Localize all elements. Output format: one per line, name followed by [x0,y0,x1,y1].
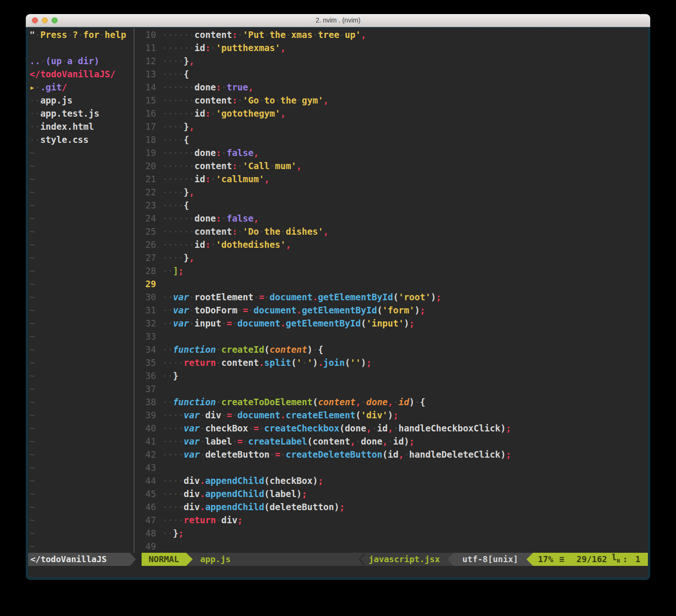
empty-line-tilde: ~ [28,435,134,448]
tree-item-style-css[interactable]: ··style.css [28,133,134,146]
empty-line-tilde: ~ [28,317,134,330]
line-number: 13 [135,67,156,81]
empty-line-tilde: ~ [28,487,134,500]
terminal-window: 2. nvim . (nvim) "·Press·?·for·help..·(u… [26,14,650,580]
scroll-percent: 17% [538,553,553,566]
code-line[interactable]: 13····{ [135,67,648,81]
code-line[interactable]: 12····}, [135,54,648,67]
empty-line-tilde: ~ [28,356,134,369]
code-line[interactable]: 48··}; [135,527,648,540]
empty-line-tilde: ~ [28,527,134,540]
code-area[interactable]: 10······content:·'Put·the·xmas·tree·up',… [135,28,648,553]
code-line[interactable]: 28··]; [135,264,648,277]
empty-line-tilde: ~ [28,146,134,159]
status-filename: app.js [200,553,231,566]
empty-line-tilde: ~ [28,290,134,304]
line-number: 30 [135,290,156,304]
code-line[interactable]: 40····var·checkBox·=·createCheckbox(done… [135,422,648,435]
code-line[interactable]: 33 [135,330,648,343]
code-line[interactable]: 30··var·rootElement·=·document.getElemen… [135,290,648,304]
code-line[interactable]: 32··var·input·=·document.getElementById(… [135,317,648,330]
blank-line [28,41,134,54]
line-number: 35 [135,356,156,369]
code-line[interactable]: 36··} [135,369,648,382]
line-number: 18 [135,133,156,146]
code-line[interactable]: 25······content:·'Do·the·dishes', [135,225,648,238]
empty-line-tilde: ~ [28,382,134,395]
command-line[interactable] [28,566,648,577]
statusline-main: NORMAL app.js javascript.jsx utf-8[unix]… [142,553,648,566]
tree-item-git-dir[interactable]: ▸·.git/ [28,81,134,94]
code-line[interactable]: 44····div.appendChild(checkBox); [135,474,648,487]
code-line[interactable]: 23····{ [135,199,648,212]
powerline-arrow-icon [186,553,193,566]
netrw-help: "·Press·?·for·help [28,28,134,41]
code-line[interactable]: 45····div.appendChild(label); [135,487,648,500]
code-line[interactable]: 41····var·label·=·createLabel(content,·d… [135,435,648,448]
code-line[interactable]: 19······done:·false, [135,146,648,159]
cursor-position: 29/162 [577,553,607,566]
powerline-arrow-icon [130,553,136,566]
title-bar[interactable]: 2. nvim . (nvim) [26,14,650,27]
line-number: 38 [135,395,156,408]
line-number: 36 [135,369,156,382]
code-line[interactable]: 29 [135,277,648,290]
line-number: 39 [135,408,156,422]
line-number: 14 [135,81,156,94]
line-number: 43 [135,461,156,474]
file-tree[interactable]: "·Press·?·for·help..·(up·a·dir)</todoVan… [28,28,135,553]
code-line[interactable]: 34··function·createId(content)·{ [135,343,648,356]
line-number: 49 [135,540,156,553]
sidebar-status-path: </todoVanillaJS [28,553,130,566]
code-line[interactable]: 43 [135,461,648,474]
empty-line-tilde: ~ [28,500,134,513]
code-line[interactable]: 18····{ [135,133,648,146]
code-line[interactable]: 11······id:·'putthexmas', [135,41,648,54]
code-line[interactable]: 46····div.appendChild(deleteButton); [135,500,648,513]
code-line[interactable]: 37 [135,382,648,395]
code-line[interactable]: 49 [135,540,648,553]
line-number: 40 [135,422,156,435]
code-line[interactable]: 16······id:·'gotothegym', [135,107,648,120]
code-line[interactable]: 26······id:·'dothedishes', [135,238,648,251]
empty-line-tilde: ~ [28,513,134,527]
window-split-gap [136,553,142,566]
empty-line-tilde: ~ [28,408,134,422]
line-number: 10 [135,28,156,41]
line-number: 24 [135,212,156,225]
code-line[interactable]: 31··var·toDoForm·=·document.getElementBy… [135,304,648,317]
line-number: 12 [135,54,156,67]
line-number: 25 [135,225,156,238]
tree-item-cwd[interactable]: </todoVanillaJS/ [28,67,134,81]
code-line[interactable]: 35····return·content.split('·').join('')… [135,356,648,369]
line-number: 23 [135,199,156,212]
line-number: 15 [135,94,156,107]
line-number: 16 [135,107,156,120]
code-line[interactable]: 17····}, [135,120,648,133]
code-line[interactable]: 21······id:·'callmum', [135,172,648,186]
tree-item-index-html[interactable]: ··index.html [28,120,134,133]
tree-item-up-dir[interactable]: ..·(up·a·dir) [28,54,134,67]
column-number: 1 [635,553,640,566]
code-line[interactable]: 27····}, [135,251,648,264]
code-line[interactable]: 10······content:·'Put·the·xmas·tree·up', [135,28,648,41]
filetype-indicator: javascript.jsx [366,553,448,566]
code-line[interactable]: 39····var·div·=·document.createElement('… [135,408,648,422]
code-line[interactable]: 38··function·createToDoElement(content,·… [135,395,648,408]
line-number: 31 [135,304,156,317]
code-line[interactable]: 15······content:·'Go·to·the·gym', [135,94,648,107]
tree-item-app-test-js[interactable]: ··app.test.js [28,107,134,120]
code-line[interactable]: 47····return·div; [135,513,648,527]
code-line[interactable]: 24······done:·false, [135,212,648,225]
line-number: 48 [135,527,156,540]
line-number: 46 [135,500,156,513]
nvim-screen: "·Press·?·for·help..·(up·a·dir)</todoVan… [28,28,648,577]
code-line[interactable]: 42····var·deleteButton·=·createDeleteBut… [135,448,648,461]
tree-item-app-js[interactable]: ··app.js [28,94,134,107]
code-line[interactable]: 22····}, [135,186,648,199]
code-line[interactable]: 20······content:·'Call·mum', [135,159,648,172]
window-title: 2. nvim . (nvim) [26,14,650,27]
line-number: 29 [135,277,156,290]
empty-line-tilde: ~ [28,172,134,186]
code-line[interactable]: 14······done:·true, [135,81,648,94]
